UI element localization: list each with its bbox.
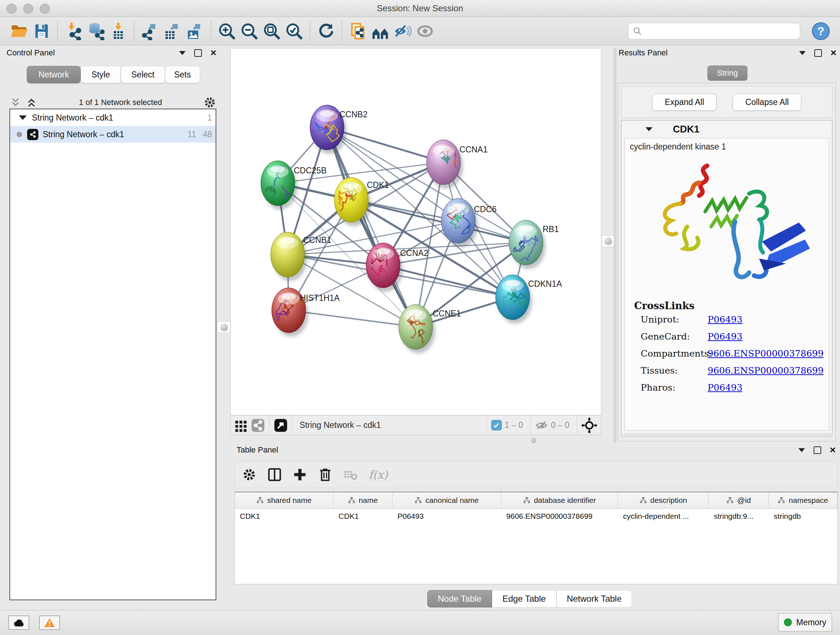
- grid-view-icon[interactable]: [234, 419, 248, 432]
- houses-icon: [371, 22, 389, 40]
- export-network-button[interactable]: [139, 20, 161, 42]
- tab-select[interactable]: Select: [121, 66, 165, 83]
- toolbar-separator: [486, 416, 487, 435]
- table-panel-menu-icon[interactable]: [798, 448, 805, 452]
- tab-node-table[interactable]: Node Table: [427, 590, 492, 608]
- selected-checkbox[interactable]: [491, 420, 502, 431]
- results-tab-string[interactable]: String: [707, 65, 747, 81]
- show-results-panel-button[interactable]: [347, 20, 369, 42]
- genemania-button[interactable]: [369, 20, 392, 42]
- right-splitter-handle[interactable]: [602, 235, 615, 247]
- cloud-button[interactable]: [8, 616, 29, 630]
- apply-style-button[interactable]: [315, 20, 337, 42]
- bottom-splitter-handle[interactable]: [531, 438, 536, 443]
- import-network-from-database-button[interactable]: [85, 20, 107, 42]
- control-panel-close-icon[interactable]: ×: [210, 49, 216, 57]
- tab-network-table[interactable]: Network Table: [556, 590, 632, 608]
- node-label-CCNB1: CCNB1: [303, 235, 332, 245]
- network-view-icon[interactable]: [251, 418, 265, 432]
- toolbar-search[interactable]: [628, 23, 800, 40]
- results-splitter-line[interactable]: [614, 48, 616, 443]
- node-gloss: [519, 226, 533, 232]
- left-splitter-handle[interactable]: [218, 321, 231, 333]
- cell-name[interactable]: CDK1: [333, 509, 393, 524]
- export-table-button[interactable]: [161, 20, 184, 42]
- birdseye-view-icon[interactable]: [274, 418, 287, 432]
- control-panel-float-icon[interactable]: [194, 49, 202, 57]
- cell-shared-name[interactable]: CDK1: [235, 509, 333, 524]
- gene-result-header[interactable]: CDK1: [622, 120, 832, 138]
- cell-id[interactable]: stringdb:9...: [709, 509, 769, 524]
- hidden-eye-icon: [535, 419, 548, 432]
- toolbar-separator: [269, 416, 270, 435]
- tab-network[interactable]: Network: [27, 66, 81, 83]
- zoom-in-button[interactable]: [216, 20, 238, 42]
- results-panel-header: Results Panel ×: [617, 48, 838, 57]
- expand-all-button[interactable]: Expand All: [652, 94, 717, 111]
- collapse-all-icon[interactable]: [9, 97, 22, 108]
- zoom-fit-button[interactable]: [261, 20, 283, 42]
- cell-description[interactable]: cyclin-dependent ...: [618, 509, 709, 524]
- table-panel-close-icon[interactable]: ×: [830, 447, 836, 454]
- toolbar-separator: [210, 21, 211, 41]
- table-row[interactable]: CDK1 CDK1 P06493 9606.ENSP00000378699 cy…: [235, 509, 837, 524]
- warning-button[interactable]: [39, 616, 60, 630]
- import-network-button[interactable]: [62, 20, 85, 42]
- crosslink-tissues-link[interactable]: 9606.ENSP00000378699: [707, 365, 824, 376]
- results-panel-close-icon[interactable]: ×: [831, 49, 836, 57]
- results-panel-menu-icon[interactable]: [799, 51, 806, 55]
- column-header-description[interactable]: description: [618, 492, 709, 508]
- crosslink-uniprot-link[interactable]: P06493: [707, 314, 742, 325]
- column-header-id[interactable]: @id: [709, 492, 769, 508]
- expand-all-icon[interactable]: [25, 97, 38, 108]
- column-header-shared-name[interactable]: shared name: [235, 492, 333, 508]
- network-row[interactable]: String Network – cdk1 11 48: [10, 126, 216, 143]
- crosslink-compartments-link[interactable]: 9606.ENSP00000378699: [707, 348, 824, 359]
- column-header-name[interactable]: name: [333, 492, 393, 508]
- crosslink-pharos-link[interactable]: P06493: [707, 382, 742, 393]
- network-list-toolbar: 1 of 1 Network selected: [9, 96, 216, 109]
- help-button[interactable]: ?: [810, 20, 832, 42]
- import-table-button[interactable]: [107, 20, 129, 42]
- open-session-button[interactable]: [8, 20, 30, 42]
- help-icon: ?: [812, 22, 830, 41]
- node-gloss: [320, 111, 334, 117]
- show-hide-button[interactable]: [414, 20, 436, 42]
- network-collection-row[interactable]: String Network – cdk1 1: [10, 109, 216, 126]
- search-input[interactable]: [645, 26, 796, 36]
- hide-panel-button[interactable]: [392, 20, 414, 42]
- results-scrollbar[interactable]: [622, 433, 832, 436]
- tab-style[interactable]: Style: [81, 66, 121, 83]
- collection-expander-icon[interactable]: [19, 114, 27, 121]
- node-gloss: [280, 238, 294, 244]
- table-panel-header: Table Panel ×: [234, 445, 838, 455]
- refresh-icon: [317, 22, 335, 40]
- cell-database-identifier[interactable]: 9606.ENSP00000378699: [501, 509, 618, 524]
- fit-selected-crosshair-icon[interactable]: [581, 417, 597, 433]
- collapse-all-button[interactable]: Collapse All: [733, 94, 801, 111]
- table-panel-float-icon[interactable]: [813, 447, 821, 454]
- delete-column-icon[interactable]: [318, 467, 332, 482]
- control-panel-menu-icon[interactable]: [179, 51, 186, 55]
- add-column-icon[interactable]: [293, 467, 307, 482]
- select-columns-icon[interactable]: [267, 467, 282, 482]
- export-image-button[interactable]: [184, 20, 206, 42]
- memory-button[interactable]: Memory: [778, 613, 832, 631]
- table-gear-icon[interactable]: [242, 467, 256, 482]
- zoom-selected-button[interactable]: [283, 20, 305, 42]
- results-panel-float-icon[interactable]: [814, 49, 822, 57]
- network-canvas[interactable]: CCNB2CCNA1CDC25BCDK1CDC6RB1CCNB1CCNA2CDK…: [231, 48, 601, 415]
- crosslink-genecard-link[interactable]: P06493: [707, 331, 742, 342]
- gene-expander-icon[interactable]: [645, 127, 653, 132]
- cell-namespace[interactable]: stringdb: [769, 509, 837, 524]
- save-session-button[interactable]: [30, 20, 53, 42]
- column-header-namespace[interactable]: namespace: [769, 492, 837, 508]
- tab-sets[interactable]: Sets: [165, 66, 200, 83]
- column-header-database-identifier[interactable]: database identifier: [501, 492, 618, 508]
- gear-icon[interactable]: [203, 96, 216, 109]
- tab-edge-table[interactable]: Edge Table: [492, 590, 556, 608]
- cell-canonical-name[interactable]: P06493: [393, 509, 501, 524]
- column-header-canonical-name[interactable]: canonical name: [393, 492, 501, 508]
- open-folder-icon: [10, 22, 28, 40]
- zoom-out-button[interactable]: [238, 20, 261, 42]
